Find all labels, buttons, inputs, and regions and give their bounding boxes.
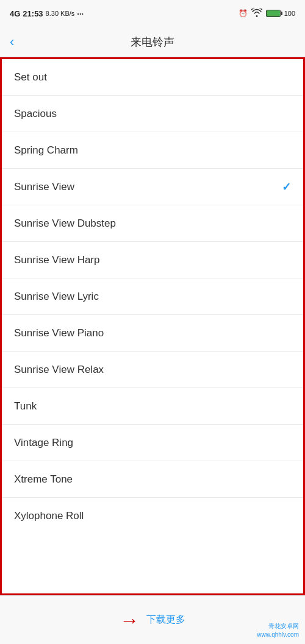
list-item[interactable]: Sunrise View Piano — [2, 315, 303, 352]
list-item-label: Vintage Ring — [14, 437, 73, 449]
selected-checkmark-icon: ✓ — [282, 180, 291, 194]
list-item[interactable]: Set out — [2, 59, 303, 96]
dots-label: ··· — [77, 9, 84, 18]
list-item[interactable]: Xtreme Tone — [2, 461, 303, 498]
time-label: 21:53 — [23, 9, 43, 18]
ringtone-list: Set outSpaciousSpring CharmSunrise View✓… — [0, 57, 305, 595]
data-speed-label: 8.30 KB/s — [46, 10, 75, 17]
list-item[interactable]: Sunrise View Lyric — [2, 278, 303, 315]
list-item[interactable]: Sunrise View✓ — [2, 169, 303, 205]
list-item-label: Xylophone Roll — [14, 510, 84, 522]
list-item-label: Spacious — [14, 108, 57, 120]
list-item[interactable]: Sunrise View Harp — [2, 242, 303, 278]
carrier-label: 4G — [10, 9, 20, 18]
download-container: → 下载更多 — [120, 610, 185, 630]
status-left: 4G 21:53 8.30 KB/s ··· — [10, 9, 84, 18]
list-item-label: Set out — [14, 71, 47, 83]
battery-label: 100 — [284, 10, 295, 17]
watermark: 青花安卓网 www.qhhlv.com — [257, 622, 299, 639]
list-item-label: Xtreme Tone — [14, 473, 73, 486]
battery-icon — [266, 10, 281, 17]
list-item[interactable]: Xylophone Roll — [2, 498, 303, 534]
list-item-label: Sunrise View Lyric — [14, 291, 99, 303]
battery-fill — [267, 10, 280, 16]
bottom-area: → 下载更多 青花安卓网 www.qhhlv.com — [0, 595, 305, 644]
list-item-label: Spring Charm — [14, 144, 78, 157]
list-item[interactable]: Vintage Ring — [2, 425, 303, 461]
list-item-label: Sunrise View Dubstep — [14, 218, 116, 230]
status-right: ⏰ 100 — [239, 9, 295, 19]
page-title: 来电铃声 — [131, 35, 174, 49]
list-item[interactable]: Sunrise View Relax — [2, 352, 303, 388]
list-item[interactable]: Tunk — [2, 388, 303, 425]
list-item[interactable]: Sunrise View Dubstep — [2, 205, 303, 242]
list-item-label: Tunk — [14, 400, 37, 412]
status-bar: 4G 21:53 8.30 KB/s ··· ⏰ 100 — [0, 0, 305, 27]
list-item-label: Sunrise View Harp — [14, 254, 99, 266]
list-item[interactable]: Spring Charm — [2, 132, 303, 169]
wifi-icon — [251, 9, 262, 19]
list-item-label: Sunrise View Relax — [14, 364, 104, 376]
list-item[interactable]: Spacious — [2, 96, 303, 132]
alarm-icon: ⏰ — [239, 9, 248, 18]
list-item-label: Sunrise View Piano — [14, 327, 104, 339]
back-button[interactable]: ‹ — [10, 35, 14, 49]
download-more-link[interactable]: 下载更多 — [146, 614, 185, 626]
watermark-line1: 青花安卓网 — [257, 622, 299, 631]
arrow-right-icon: → — [120, 610, 139, 630]
watermark-line2: www.qhhlv.com — [257, 631, 299, 639]
nav-bar: ‹ 来电铃声 — [0, 27, 305, 57]
list-item-label: Sunrise View — [14, 181, 74, 193]
